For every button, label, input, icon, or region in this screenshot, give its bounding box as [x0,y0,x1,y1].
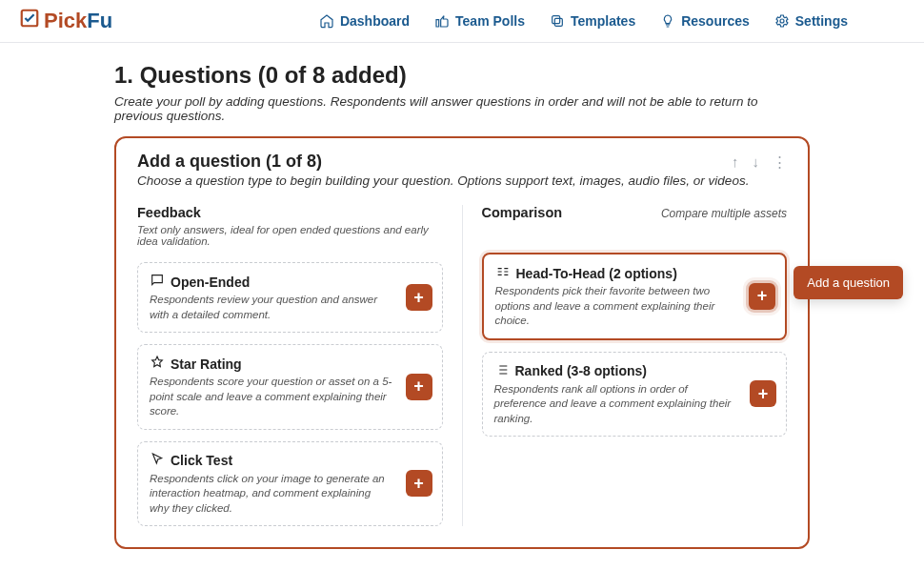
card-head-to-head[interactable]: Head-To-Head (2 options) Respondents pic… [482,253,788,340]
card-open-ended[interactable]: Open-Ended Respondents review your quest… [137,262,443,333]
comparison-title: Comparison [482,205,563,220]
page-subtitle: Create your poll by adding questions. Re… [114,94,810,123]
nav-templates[interactable]: Templates [550,13,635,29]
feedback-column: Feedback Text only answers, ideal for op… [137,205,463,526]
compare-icon [495,264,511,282]
add-click-test-button[interactable]: + [406,470,432,497]
move-down-icon[interactable]: ↓ [753,154,760,169]
star-icon [150,355,165,373]
card-ranked-title: Ranked (3-8 options) [515,363,647,378]
card-open-ended-desc: Respondents review your question and ans… [150,293,392,322]
move-up-icon[interactable]: ↑ [732,154,739,169]
card-star-rating-title: Star Rating [171,356,242,372]
card-click-test-desc: Respondents click on your image to gener… [150,472,392,517]
nav-team-polls-label: Team Polls [455,13,525,29]
svg-rect-2 [552,16,560,24]
card-star-rating-desc: Respondents score your question or asset… [150,375,392,419]
nav-settings-label: Settings [795,13,848,29]
feedback-title: Feedback [137,205,201,220]
thumbs-up-icon [434,13,450,29]
comparison-column: Comparison Compare multiple assets Head-… [463,205,788,526]
list-icon [494,362,510,380]
top-header: PickFu Dashboard Team Polls Templates Re… [0,0,924,43]
add-question-tooltip: Add a question [793,266,903,299]
card-star-rating[interactable]: Star Rating Respondents score your quest… [137,344,443,430]
add-head-to-head-button[interactable]: + [749,283,775,310]
panel-subtitle: Choose a question type to begin building… [137,173,787,188]
nav-resources-label: Resources [681,13,750,29]
copy-icon [550,13,565,29]
more-icon[interactable]: ⋮ [773,154,787,169]
nav-team-polls[interactable]: Team Polls [434,13,525,29]
feedback-desc: Text only answers, ideal for open ended … [137,224,443,247]
svg-rect-1 [554,18,562,26]
card-click-test-title: Click Test [171,453,232,468]
nav-settings[interactable]: Settings [774,13,848,29]
card-open-ended-title: Open-Ended [171,275,250,290]
card-head-to-head-desc: Respondents pick their favorite between … [495,284,736,329]
logo[interactable]: PickFu [19,8,112,34]
panel-title: Add a question (1 of 8) [137,152,322,172]
card-ranked[interactable]: Ranked (3-8 options) Respondents rank al… [482,352,788,438]
add-ranked-button[interactable]: + [750,380,776,407]
page-title: 1. Questions (0 of 8 added) [114,62,810,89]
main-nav: Dashboard Team Polls Templates Resources… [319,13,848,29]
nav-templates-label: Templates [571,13,635,29]
nav-resources[interactable]: Resources [660,13,750,29]
comment-icon [150,273,165,291]
svg-point-3 [780,19,784,23]
logo-text-fu: Fu [87,9,112,33]
add-question-panel: Add a question (1 of 8) ↑ ↓ ⋮ Choose a q… [114,136,810,549]
lightbulb-icon [660,13,675,29]
gear-icon [774,13,790,29]
add-star-rating-button[interactable]: + [406,374,432,400]
nav-dashboard[interactable]: Dashboard [319,13,410,29]
panel-actions: ↑ ↓ ⋮ [732,154,787,169]
card-head-to-head-title: Head-To-Head (2 options) [516,266,677,281]
add-open-ended-button[interactable]: + [406,284,432,311]
comparison-hint: Compare multiple assets [661,207,787,220]
logo-text-pick: Pick [44,9,87,33]
card-click-test[interactable]: Click Test Respondents click on your ima… [137,441,443,527]
main-content: 1. Questions (0 of 8 added) Create your … [0,43,924,549]
nav-dashboard-label: Dashboard [340,13,410,29]
home-icon [319,13,334,29]
logo-mark-icon [19,8,40,34]
cursor-icon [150,452,165,470]
card-ranked-desc: Respondents rank all options in order of… [494,382,737,427]
